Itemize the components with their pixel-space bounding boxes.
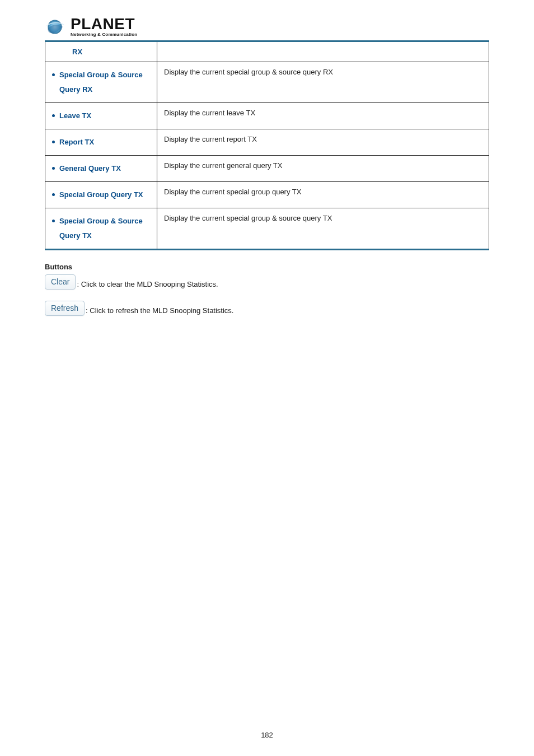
clear-button-desc: : Click to clear the MLD Snooping Statis… — [77, 280, 218, 290]
refresh-button-line: Refresh : Click to refresh the MLD Snoop… — [45, 301, 489, 316]
table-row: Special Group Query TX Display the curre… — [45, 182, 489, 208]
row-desc: Display the current special group query … — [157, 182, 489, 208]
bullet-icon — [52, 141, 55, 143]
table-row: Leave TX Display the current leave TX — [45, 103, 489, 129]
row-label-rx: RX — [52, 48, 150, 56]
row-label: Special Group & Source Query TX — [59, 214, 150, 243]
bullet-icon — [52, 193, 55, 196]
page-root: PLANET Networking & Communication RX Spe… — [0, 0, 534, 756]
row-label: Special Group & Source Query RX — [59, 68, 150, 97]
row-desc: Display the current general query TX — [157, 156, 489, 182]
table-row: Special Group & Source Query TX Display … — [45, 208, 489, 249]
bullet-icon — [52, 220, 55, 222]
table-row: General Query TX Display the current gen… — [45, 156, 489, 182]
bullet-icon — [52, 167, 55, 170]
brand-name: PLANET — [71, 17, 137, 32]
buttons-heading: Buttons — [45, 263, 489, 271]
row-desc: Display the current special group & sour… — [157, 208, 489, 249]
brand-text-block: PLANET Networking & Communication — [71, 17, 137, 37]
refresh-button[interactable]: Refresh — [45, 301, 85, 316]
table-row: Report TX Display the current report TX — [45, 129, 489, 156]
clear-button-line: Clear : Click to clear the MLD Snooping … — [45, 274, 489, 290]
row-label: Special Group Query TX — [59, 188, 143, 202]
planet-swirl-icon — [45, 17, 65, 37]
row-label: General Query TX — [59, 161, 121, 176]
row-label: Report TX — [59, 135, 94, 150]
row-desc: Display the current special group & sour… — [157, 62, 489, 103]
bullet-icon — [52, 114, 55, 117]
statistics-table: RX Special Group & Source Query RX Displ… — [45, 42, 489, 249]
clear-button[interactable]: Clear — [45, 274, 76, 290]
row-desc — [157, 42, 489, 62]
bottom-rule — [45, 249, 489, 250]
table-row: RX — [45, 42, 489, 62]
refresh-button-desc: : Click to refresh the MLD Snooping Stat… — [86, 306, 233, 316]
brand-logo: PLANET Networking & Communication — [45, 17, 489, 37]
row-desc: Display the current leave TX — [157, 103, 489, 129]
bullet-icon — [52, 73, 55, 76]
brand-tagline: Networking & Communication — [71, 32, 137, 37]
row-desc: Display the current report TX — [157, 129, 489, 156]
page-number: 182 — [0, 731, 534, 739]
table-row: Special Group & Source Query RX Display … — [45, 62, 489, 103]
row-label: Leave TX — [59, 109, 91, 123]
